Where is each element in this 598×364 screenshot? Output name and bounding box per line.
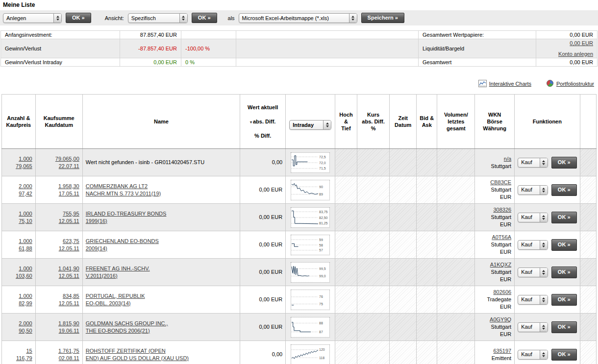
buy-sum-link[interactable]: 623,75 [63,238,79,244]
buy-date-link[interactable]: 17.05.11 [59,191,79,196]
intraday-sparkline[interactable]: 9089 [291,180,330,200]
quantity-link[interactable]: 1.000 [19,156,32,162]
order-action-select[interactable]: Kauf [518,185,548,195]
action-ok-button[interactable]: OK » [66,13,91,23]
buy-price-link[interactable]: 103,60 [16,273,32,279]
buy-price-link[interactable]: 97,42 [19,191,32,196]
select-stepper [540,268,548,277]
buy-sum-link[interactable]: 1.815,90 [58,320,79,326]
col-header-wert-aktuell[interactable]: Wert aktuell ▾abs. Diff. % Diff. [240,95,286,149]
interactive-charts-link[interactable]: Interaktive Charts [478,80,531,88]
intraday-sparkline[interactable]: 8887 [291,317,330,338]
order-action-select[interactable]: Kauf [518,240,548,250]
buy-date-link[interactable]: 02.08.11 [59,355,79,361]
current-value-cell: 0,00 [240,149,286,176]
security-name-link[interactable]: COMMERZBANK AG LT2 NACHR.MTN S.773 V.201… [86,183,161,196]
quantity-link[interactable]: 1.000 [19,238,32,244]
col-header-zeit-datum[interactable]: Zeit Datum [390,95,417,149]
row-ok-button[interactable]: OK » [551,157,577,169]
buy-price-link[interactable]: 82,99 [19,300,32,306]
buy-date-link[interactable]: 19.06.11 [59,328,79,334]
col-header-kurs[interactable]: Kurs abs. Diff. % [357,95,390,149]
quantity-link[interactable]: 1.000 [19,266,32,271]
order-action-select[interactable]: Kauf [518,267,548,277]
order-action-select[interactable]: Kauf [518,350,548,360]
quantity-link[interactable]: 2.000 [19,320,32,326]
wkn-link[interactable]: n/a [504,156,511,162]
action-select[interactable]: Anlegen [3,13,62,23]
wkn-link[interactable]: 308326 [493,207,511,213]
security-name-link[interactable]: PORTUGAL, REPUBLIK EO-OBL. 2003(14) [86,293,145,306]
row-ok-button[interactable]: OK » [551,184,577,196]
row-ok-button[interactable]: OK » [551,349,577,361]
wkn-link[interactable]: CB83CE [490,179,511,185]
wkn-link[interactable]: A0GY9Q [490,316,511,322]
row-ok-button[interactable]: OK » [551,294,577,306]
export-format-select[interactable]: Microsoft Excel-Arbeitsmappe (*.xls) [239,13,357,23]
intraday-sparkline[interactable]: 595857 [291,235,330,255]
name-cell: GRIECHENLAND EO-BONDS 2009(14) [82,231,240,259]
col-header-volumen[interactable]: Volumen/ letztes gesamt [437,95,475,149]
col-header-kaufsumme-kaufdatum[interactable]: Kaufsumme Kaufdatum [35,95,82,149]
intraday-sparkline[interactable]: 7675 [291,290,330,310]
row-ok-button[interactable]: OK » [551,321,577,333]
intraday-sparkline[interactable]: 120118 [291,344,330,364]
buy-date-link[interactable]: 12.05.11 [59,218,79,224]
security-name-link[interactable]: FREENET AG INH.-SCHV. V.2011(2016) [86,266,150,279]
security-name-link[interactable]: GRIECHENLAND EO-BONDS 2009(14) [86,238,159,251]
portfolio-structure-link[interactable]: Portfoliostruktur [546,79,594,88]
buy-date-link[interactable]: 12.05.11 [59,300,79,306]
col-header-anzahl-kaufpreis[interactable]: Anzahl & Kaufpreis [2,95,36,149]
buy-sum-link[interactable]: 1.761,75 [58,348,79,354]
buy-price-link[interactable]: 90,50 [19,328,32,334]
quantity-link[interactable]: 15 [26,348,32,354]
buy-sum-link[interactable]: 834,85 [63,293,79,299]
buy-date-link[interactable]: 22.07.11 [59,163,79,169]
buy-price-link[interactable]: 116,79 [16,355,32,361]
buy-sum-link[interactable]: 755,95 [63,211,79,217]
view-ok-button[interactable]: OK » [192,13,217,23]
buy-sum-link[interactable]: 79.065,00 [55,156,79,162]
order-action-select[interactable]: Kauf [518,158,548,168]
buy-sum-link[interactable]: 1.958,30 [58,183,79,189]
view-select[interactable]: Spezifisch [128,13,188,23]
liquidity-cell: 0,00 EUR Konto anlegen [536,39,598,58]
buy-price-link[interactable]: 75,10 [19,218,32,224]
wkn-link[interactable]: A1KQXZ [490,262,511,267]
col-header-hoch-tief[interactable]: Hoch & Tief [335,95,357,149]
buy-date-link[interactable]: 12.05.11 [59,273,79,279]
col-header-wkn-boerse[interactable]: WKN Börse Währung [475,95,515,149]
buy-price-link[interactable]: 61,88 [19,245,32,251]
row-ok-button[interactable]: OK » [551,267,577,278]
order-action-select[interactable]: Kauf [518,295,548,305]
functions-cell: Kauf OK » [515,259,580,286]
security-name-link[interactable]: GOLDMAN SACHS GROUP INC., THE EO-BONDS 2… [86,320,168,334]
buy-price-link[interactable]: 79,065 [16,163,32,169]
wkn-link[interactable]: 635197 [493,348,511,354]
order-action-select[interactable]: Kauf [518,213,548,222]
col-header-name[interactable]: Name [82,95,240,149]
intraday-period-select[interactable]: Intraday [289,120,331,130]
security-name-link[interactable]: IRLAND EO-TREASURY BONDS 1999(16) [86,211,167,224]
row-ok-button[interactable]: OK » [551,239,577,251]
row-ok-button[interactable]: OK » [551,212,577,223]
create-account-link[interactable]: Konto anlegen [558,51,593,57]
grand-total-value: 0,00 EUR [536,58,598,67]
wkn-link[interactable]: A0T56A [492,234,511,240]
quantity-link[interactable]: 1.000 [19,293,32,299]
save-button[interactable]: Speichern » [361,13,404,23]
order-action-select[interactable]: Kauf [518,322,548,332]
intraday-sparkline[interactable]: 72,572,071,5 [291,152,330,173]
sum-date-cell: 755,95 12.05.11 [35,204,82,231]
sum-date-cell: 623,75 12.05.11 [35,231,82,259]
intraday-sparkline[interactable]: 99,599,0 [291,262,330,283]
col-header-bid-ask[interactable]: Bid & Ask [417,95,437,149]
wkn-link[interactable]: 802606 [493,289,511,295]
buy-sum-link[interactable]: 1.041,90 [58,266,79,271]
intraday-sparkline[interactable]: 83,7582,5081,25 [291,207,330,228]
security-name-link[interactable]: ROHSTOFF ZERTIFIKAT (OPEN END) AUF GOLD … [86,348,189,361]
quantity-link[interactable]: 2.000 [19,183,32,189]
buy-date-link[interactable]: 12.05.11 [59,245,79,251]
quantity-link[interactable]: 1.000 [19,211,32,217]
liquidity-value-link[interactable]: 0,00 EUR [570,40,593,46]
